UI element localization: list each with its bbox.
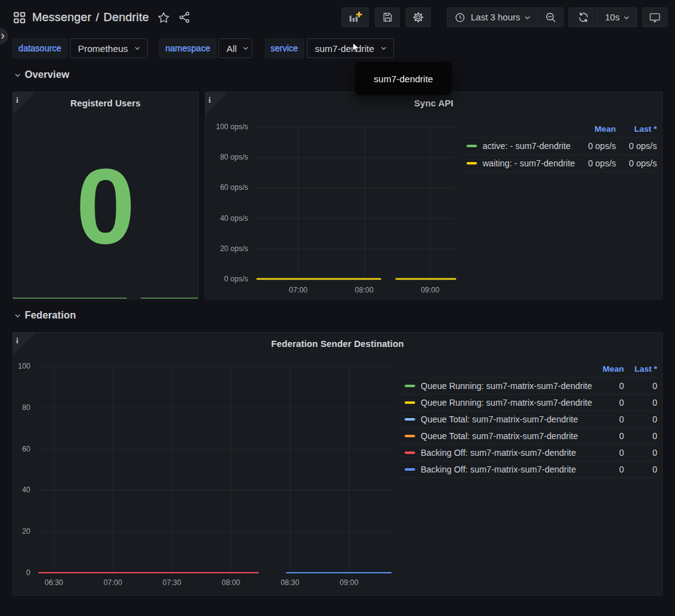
legend-series-name[interactable]: Queue Total: sum7-matrix-sum7-dendrite (421, 431, 578, 441)
x-axis-tick-label: 08:00 (355, 286, 374, 294)
y-axis-tick-label: 80 (22, 403, 30, 412)
panel-registered-users: i Registerd Users 0 (12, 92, 199, 299)
save-dashboard-button[interactable] (375, 7, 400, 27)
legend-last-value: 0 ops/s (616, 138, 657, 155)
y-axis-tick-label: 40 ops/s (220, 214, 248, 223)
legend-series-name[interactable]: Queue Running: sum7-matrix-sum7-dendrite (421, 398, 592, 408)
legend-header: MeanLast * (464, 121, 657, 138)
section-federation[interactable]: Federation (14, 310, 76, 321)
chevron-down-icon (14, 312, 22, 320)
variable-datasource-label: datasource (12, 38, 67, 58)
legend-series-swatch[interactable] (405, 435, 415, 437)
x-axis-tick-label: 07:30 (163, 578, 181, 587)
legend-column-last[interactable]: Last * (616, 121, 657, 138)
time-picker-button[interactable]: Last 3 hours (447, 8, 538, 27)
legend-series-swatch[interactable] (466, 162, 477, 165)
gear-icon (412, 11, 424, 24)
star-icon[interactable] (157, 11, 170, 24)
variable-tooltip: sum7-dendrite (355, 62, 452, 95)
variable-service-label: service (265, 38, 304, 58)
chevron-right-icon (0, 33, 6, 40)
legend-last-value: 0 (624, 377, 658, 394)
x-axis-tick-label: 06:30 (45, 578, 63, 587)
legend-series-swatch[interactable] (405, 385, 415, 387)
legend-series-name[interactable]: Queue Running: sum7-matrix-sum7-dendrite (421, 381, 592, 391)
variable-service-select[interactable]: sum7-dendrite (307, 38, 394, 58)
chevron-down-icon (14, 71, 22, 79)
legend-row: active: - sum7-dendrite0 ops/s0 ops/s (464, 138, 657, 155)
breadcrumb-folder[interactable]: Messenger (32, 11, 92, 24)
legend-row: Backing Off: sum7-matrix-sum7-dendrite00 (400, 444, 657, 461)
breadcrumb: Messenger / Dendrite (32, 11, 149, 24)
legend-series-name[interactable]: Queue Total: sum7-matrix-sum7-dendrite (421, 414, 578, 424)
variable-namespace-select[interactable]: All (218, 38, 252, 58)
x-axis-tick-label: 07:00 (289, 286, 307, 294)
legend-series-swatch[interactable] (405, 451, 415, 454)
y-axis-tick-label: 100 (18, 362, 30, 370)
legend-row: waiting: - sum7-dendrite0 ops/s0 ops/s (464, 155, 657, 172)
variable-datasource: datasource Prometheus (12, 38, 148, 58)
legend: MeanLast *active: - sum7-dendrite0 ops/s… (464, 121, 656, 172)
legend-column-mean[interactable]: Mean (575, 121, 616, 138)
refresh-button[interactable] (569, 8, 597, 27)
variable-namespace: namespace All (159, 38, 252, 58)
variable-service-value: sum7-dendrite (315, 43, 374, 54)
y-axis-tick-label: 0 ops/s (224, 275, 248, 283)
add-panel-button[interactable] (342, 7, 369, 27)
chevron-down-icon (622, 14, 630, 22)
nav-bar: Messenger / Dendrite (0, 0, 675, 35)
legend-series-swatch[interactable] (405, 468, 415, 471)
legend-column-last[interactable]: Last * (624, 361, 658, 377)
legend-series-swatch[interactable] (405, 401, 415, 404)
cycle-view-mode-button[interactable] (642, 7, 668, 27)
refresh-interval-button[interactable]: 10s (597, 8, 637, 27)
variable-datasource-value: Prometheus (78, 43, 128, 54)
legend-row: Backing Off: sum7-matrix-sum7-dendrite00 (400, 461, 657, 477)
breadcrumb-dashboard[interactable]: Dendrite (103, 11, 148, 24)
section-federation-title: Federation (25, 310, 76, 321)
dashboard-settings-button[interactable] (406, 7, 431, 27)
legend-row: Queue Total: sum7-matrix-sum7-dendrite00 (400, 411, 657, 427)
legend-last-value: 0 (624, 394, 658, 411)
legend-last-value: 0 ops/s (616, 155, 657, 172)
refresh-interval-label: 10s (605, 12, 619, 22)
zoom-out-button[interactable] (538, 8, 563, 27)
section-overview[interactable]: Overview (14, 69, 69, 80)
legend-row: Queue Running: sum7-matrix-sum7-dendrite… (400, 377, 657, 394)
variable-namespace-label: namespace (159, 38, 217, 58)
clock-icon (455, 12, 465, 23)
legend-series-swatch[interactable] (405, 418, 415, 421)
monitor-icon (649, 12, 661, 24)
legend-column-mean[interactable]: Mean (592, 361, 624, 377)
legend-series-name[interactable]: active: - sum7-dendrite (483, 141, 570, 151)
x-axis-tick-label: 09:00 (340, 578, 358, 587)
chevron-down-icon (129, 45, 141, 52)
refresh-group: 10s (569, 7, 637, 27)
legend-series-name[interactable]: Backing Off: sum7-matrix-sum7-dendrite (421, 448, 576, 458)
share-icon[interactable] (178, 11, 191, 24)
mouse-cursor (352, 42, 361, 54)
refresh-icon (578, 12, 589, 23)
legend-mean-value: 0 ops/s (575, 138, 616, 155)
legend-last-value: 0 (624, 427, 658, 444)
legend-row: Queue Running: sum7-matrix-sum7-dendrite… (400, 394, 657, 411)
dashboards-grid-icon[interactable] (14, 12, 25, 24)
legend-mean-value: 0 (592, 427, 624, 444)
legend-series-swatch[interactable] (466, 145, 477, 147)
legend-last-value: 0 (624, 444, 658, 461)
legend-series-name[interactable]: waiting: - sum7-dendrite (483, 158, 575, 168)
panel-sync-api: i Sync API 0 ops/s20 ops/s40 ops/s60 ops… (205, 92, 663, 299)
y-axis-tick-label: 80 ops/s (220, 153, 248, 161)
x-axis-tick-label: 09:00 (421, 286, 439, 294)
legend-row: Queue Total: sum7-matrix-sum7-dendrite00 (400, 427, 657, 444)
legend-last-value: 0 (624, 411, 658, 427)
legend-series-name[interactable]: Backing Off: sum7-matrix-sum7-dendrite (421, 464, 576, 474)
variable-datasource-select[interactable]: Prometheus (70, 38, 148, 58)
stat-sparkline (13, 92, 198, 299)
section-overview-title: Overview (25, 69, 69, 80)
y-axis-tick-label: 40 (22, 486, 30, 494)
legend-mean-value: 0 (592, 377, 624, 394)
y-axis-tick-label: 60 ops/s (220, 183, 248, 192)
y-axis-tick-label: 20 (22, 527, 30, 536)
breadcrumb-separator: / (96, 11, 99, 24)
